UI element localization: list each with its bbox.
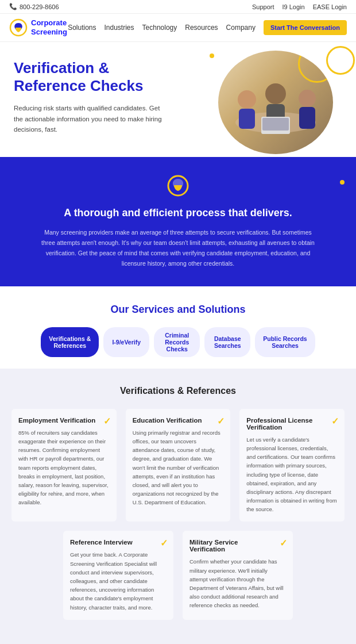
support-link[interactable]: Support — [252, 3, 274, 10]
nav-company[interactable]: Company — [226, 24, 256, 32]
check-icon-military: ✓ — [280, 538, 287, 549]
hero-title: Verification &Reference Checks — [14, 59, 342, 95]
nav-links: Solutions Industries Technology Resource… — [68, 20, 347, 35]
card-education-desc: Using primarily registrar and records of… — [133, 428, 224, 507]
blue-banner: A thorough and efficient process that de… — [0, 157, 356, 286]
check-icon-employment: ✓ — [103, 416, 111, 427]
top-nav-links: Support I9 Login EASE Login — [252, 3, 347, 10]
nav-solutions[interactable]: Solutions — [68, 24, 96, 32]
nav-cta-button[interactable]: Start The Conversation — [264, 20, 347, 35]
verifications-title: Verifications & References — [11, 386, 345, 396]
check-icon-license: ✓ — [331, 416, 339, 427]
phone-number: 800-229-8606 — [20, 3, 59, 10]
services-tabs: Verifications &References I-9/eVerify Cr… — [14, 327, 342, 357]
nav-technology[interactable]: Technology — [142, 24, 177, 32]
nav-industries[interactable]: Industries — [105, 24, 134, 32]
card-reference: Reference Interview ✓ Get your time back… — [63, 531, 173, 619]
check-icon-reference: ✓ — [160, 538, 168, 549]
nav-resources[interactable]: Resources — [185, 24, 218, 32]
card-military: Military Service Verification ✓ Confirm … — [183, 531, 293, 619]
tab-verifications[interactable]: Verifications &References — [41, 327, 99, 357]
card-reference-title: Reference Interview — [70, 539, 167, 546]
top-bar: 📞 800-229-8606 Support I9 Login EASE Log… — [0, 0, 356, 14]
phone-icon: 📞 — [9, 3, 17, 10]
services-section: Our Services and Solutions Verifications… — [0, 286, 356, 369]
card-military-desc: Confirm whether your candidate has milit… — [189, 557, 286, 610]
banner-logo-icon — [14, 174, 342, 200]
card-license: Professional License Verification ✓ Let … — [239, 409, 345, 522]
card-reference-desc: Get your time back. A Corporate Screenin… — [70, 550, 167, 611]
banner-title: A thorough and efficient process that de… — [14, 206, 342, 220]
logo-icon — [9, 18, 28, 37]
tab-public[interactable]: Public RecordsSearches — [255, 327, 315, 357]
card-education: Education Verification ✓ Using primarily… — [126, 409, 231, 522]
hero-dot-yellow — [210, 53, 214, 58]
card-license-title: Professional License Verification — [246, 417, 338, 431]
i9-login-link[interactable]: I9 Login — [283, 3, 305, 10]
verif-grid-top: Employment Verification ✓ 85% of recruit… — [11, 409, 345, 522]
card-military-title: Military Service Verification — [189, 539, 286, 553]
card-license-desc: Let us verify a candidate's professional… — [246, 435, 338, 514]
hero-section: Verification &Reference Checks Reducing … — [0, 42, 356, 157]
banner-dot — [340, 180, 345, 185]
logo[interactable]: Corporate Screening — [9, 18, 67, 37]
main-nav: Corporate Screening Solutions Industries… — [0, 14, 356, 42]
tab-i9[interactable]: I-9/eVerify — [103, 327, 149, 357]
ease-login-link[interactable]: EASE Login — [313, 3, 347, 10]
verifications-section: Verifications & References Employment Ve… — [0, 369, 356, 637]
check-icon-education: ✓ — [217, 416, 225, 427]
card-employment-desc: 85% of recruiters say candidates exagger… — [18, 428, 110, 507]
hero-description: Reducing risk starts with qualified cand… — [14, 103, 163, 135]
card-employment: Employment Verification ✓ 85% of recruit… — [11, 409, 117, 522]
services-title: Our Services and Solutions — [14, 304, 342, 316]
banner-description: Many screening providers make an average… — [40, 228, 316, 269]
phone-container: 📞 800-229-8606 — [9, 3, 59, 10]
tab-criminal[interactable]: CriminalRecordsChecks — [154, 327, 200, 357]
card-employment-title: Employment Verification — [18, 417, 110, 424]
spacer — [0, 637, 356, 644]
logo-text: Corporate Screening — [31, 18, 67, 36]
card-education-title: Education Verification — [133, 417, 224, 424]
verif-grid-bottom: Reference Interview ✓ Get your time back… — [63, 531, 293, 619]
hero-content: Verification &Reference Checks Reducing … — [14, 59, 342, 145]
tab-database[interactable]: DatabaseSearches — [204, 327, 250, 357]
